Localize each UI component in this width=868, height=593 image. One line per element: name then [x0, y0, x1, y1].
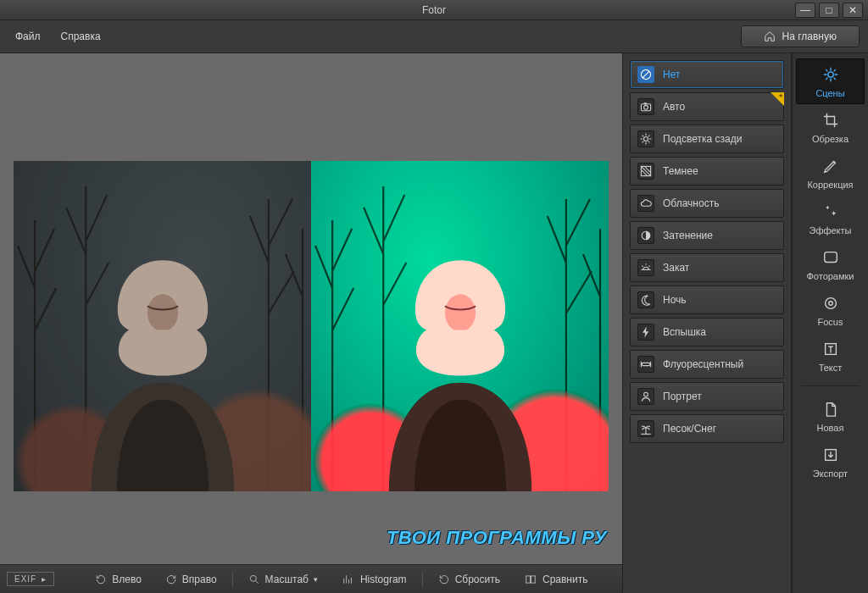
rotate-right-icon — [165, 574, 177, 585]
preset-cloudy[interactable]: Облачность — [630, 189, 784, 218]
preset-flash[interactable]: Вспышка — [630, 318, 784, 346]
menu-help[interactable]: Справка — [51, 27, 111, 46]
preset-none[interactable]: Нет — [630, 60, 784, 89]
scene-presets-panel: Нет Авто Подсветка сзади Темнее Облачнос… — [622, 53, 792, 593]
close-icon: ✕ — [849, 4, 857, 16]
compare-label: Сравнить — [542, 574, 587, 585]
tool-label: Обрезка — [812, 134, 849, 144]
app-title: Fotor — [0, 4, 868, 16]
svg-point-13 — [644, 392, 648, 396]
svg-point-1 — [444, 294, 475, 331]
tool-scenes[interactable]: Сцены — [796, 58, 865, 104]
zoom-label: Масштаб — [265, 574, 309, 585]
pencil-icon — [821, 157, 840, 175]
portrait-icon — [637, 388, 654, 405]
preset-backlit[interactable]: Подсветка сзади — [630, 125, 784, 153]
preset-label: Ночь — [663, 294, 687, 306]
download-icon — [821, 446, 840, 464]
canvas-area: ТВОИ ПРОГРАММЫ РУ EXIF ▸ Влево Вправо — [0, 53, 622, 593]
tool-label: Focus — [818, 317, 843, 327]
svg-point-17 — [828, 301, 832, 305]
zoom-button[interactable]: Масштаб ▾ — [238, 570, 328, 589]
preset-shade[interactable]: Затенение — [630, 221, 784, 250]
preset-label: Подсветка сзади — [663, 133, 742, 145]
svg-rect-3 — [526, 575, 531, 582]
sunback-icon — [637, 130, 654, 147]
tool-label: Коррекция — [807, 180, 853, 190]
tool-crop[interactable]: Обрезка — [796, 104, 865, 150]
histogram-button[interactable]: Histogram — [331, 570, 417, 589]
fluor-icon — [637, 356, 654, 373]
star-badge-icon — [771, 92, 784, 106]
reset-button[interactable]: Сбросить — [428, 570, 510, 589]
preset-auto[interactable]: Авто — [630, 92, 784, 121]
camera-icon — [637, 98, 654, 115]
rotate-right-button[interactable]: Вправо — [155, 570, 227, 589]
window-minimize-button[interactable]: — — [795, 3, 815, 18]
exif-label: EXIF — [14, 574, 36, 584]
text-icon — [821, 340, 840, 358]
tool-label: Сцены — [815, 88, 844, 98]
preset-sunset[interactable]: Закат — [630, 253, 784, 282]
crop-icon — [821, 111, 840, 130]
tool-export[interactable]: Экспорт — [796, 439, 865, 485]
histogram-label: Histogram — [360, 574, 407, 585]
tool-label: Фоторамки — [806, 271, 854, 281]
preset-portrait[interactable]: Портрет — [630, 382, 784, 411]
tool-label: Эффекты — [809, 225, 851, 236]
preset-label: Флуоресцентный — [663, 358, 743, 370]
frame-icon — [821, 248, 840, 267]
preset-label: Портрет — [663, 391, 702, 402]
compare-button[interactable]: Сравнить — [514, 570, 598, 589]
preset-fluorescent[interactable]: Флуоресцентный — [630, 350, 784, 379]
preset-label: Облачность — [663, 197, 719, 209]
histogram-icon — [342, 574, 355, 585]
preset-night[interactable]: Ночь — [630, 285, 784, 314]
home-icon — [764, 30, 776, 42]
exif-button[interactable]: EXIF ▸ — [7, 572, 54, 586]
compare-icon — [524, 574, 537, 585]
cloud-icon — [637, 195, 654, 212]
tool-effects[interactable]: Эффекты — [796, 196, 865, 241]
tool-adjust[interactable]: Коррекция — [796, 150, 865, 196]
rotate-left-button[interactable]: Влево — [85, 570, 152, 589]
rotate-right-label: Вправо — [182, 574, 217, 585]
svg-point-0 — [147, 294, 177, 331]
home-button-label: На главную — [782, 30, 837, 42]
tool-text[interactable]: Текст — [796, 333, 865, 379]
tool-new[interactable]: Новая — [796, 393, 865, 439]
reset-label: Сбросить — [455, 574, 500, 585]
menu-file[interactable]: Файл — [5, 27, 51, 46]
window-close-button[interactable]: ✕ — [843, 3, 863, 18]
svg-rect-8 — [644, 103, 647, 104]
tool-focus[interactable]: Focus — [796, 287, 865, 333]
chevron-right-icon: ▸ — [42, 574, 47, 584]
flash-icon — [637, 324, 654, 341]
rotate-left-icon — [95, 574, 107, 585]
darken-icon — [637, 163, 654, 180]
preset-label: Затенение — [663, 230, 713, 241]
image-compare[interactable] — [14, 161, 609, 491]
sparkle-icon — [821, 65, 840, 84]
stars-icon — [821, 202, 840, 221]
target-icon — [821, 294, 840, 313]
preset-darken[interactable]: Темнее — [630, 157, 784, 186]
rotate-left-label: Влево — [112, 574, 142, 585]
page-icon — [821, 400, 840, 418]
svg-point-14 — [827, 71, 832, 76]
titlebar: Fotor — □ ✕ — [0, 0, 868, 20]
svg-point-2 — [250, 575, 256, 581]
reset-icon — [438, 574, 450, 585]
svg-rect-12 — [642, 363, 650, 365]
window-maximize-button[interactable]: □ — [819, 3, 839, 18]
sunset-icon — [637, 259, 654, 276]
maximize-icon: □ — [826, 4, 832, 16]
tool-label: Новая — [817, 423, 844, 433]
preset-sandsnow[interactable]: Песок/Снег — [630, 414, 784, 443]
home-button[interactable]: На главную — [741, 25, 860, 47]
tool-frames[interactable]: Фоторамки — [796, 241, 865, 287]
preset-label: Авто — [663, 101, 685, 113]
moon-icon — [637, 291, 654, 308]
chevron-down-icon: ▾ — [314, 575, 318, 584]
magnifier-icon — [248, 574, 260, 585]
